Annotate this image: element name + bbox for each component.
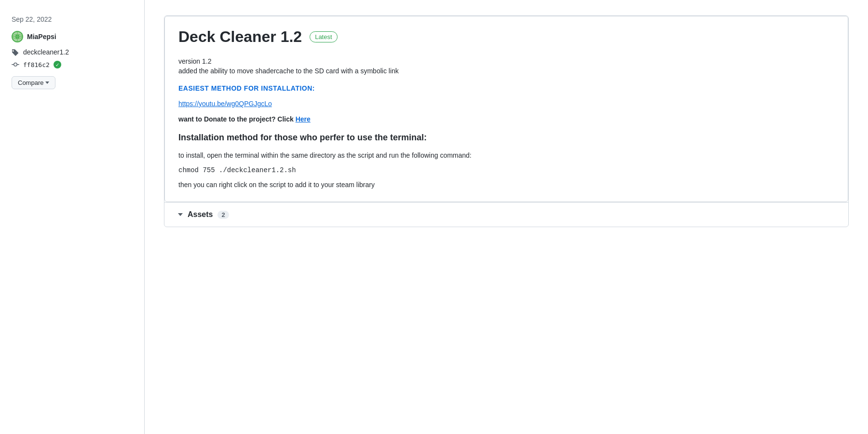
commit-icon <box>12 61 19 68</box>
then-text: then you can right click on the script t… <box>178 180 834 190</box>
commit-row: ff816c2 ✓ <box>12 61 133 68</box>
verified-badge: ✓ <box>54 61 61 68</box>
assets-section: Assets 2 <box>164 202 848 227</box>
terminal-heading: Installation method for those who perfer… <box>178 133 834 143</box>
easiest-heading: EASIEST METHOD FOR INSTALLATION: <box>178 84 834 92</box>
command-text: chmod 755 ./deckcleaner1.2.sh <box>178 166 834 174</box>
donate-link[interactable]: Here <box>296 115 311 123</box>
username: MiaPepsi <box>27 33 56 41</box>
donate-text-before: want to Donate to the project? Click <box>178 115 296 123</box>
youtube-link[interactable]: https://youtu.be/wg0QPGJgcLo <box>178 100 272 108</box>
release-header: Deck Cleaner 1.2 Latest <box>178 28 834 46</box>
latest-badge: Latest <box>310 31 337 42</box>
assets-chevron-icon <box>178 213 183 216</box>
commit-hash: ff816c2 <box>23 61 50 68</box>
release-body: Deck Cleaner 1.2 Latest version 1.2 adde… <box>164 16 848 202</box>
tag-label: deckcleaner1.2 <box>23 48 69 56</box>
tag-row: deckcleaner1.2 <box>12 48 133 56</box>
avatar <box>12 31 23 42</box>
release-title: Deck Cleaner 1.2 <box>178 28 302 46</box>
chevron-down-icon <box>45 81 49 84</box>
assets-count: 2 <box>217 211 229 219</box>
release-container: Deck Cleaner 1.2 Latest version 1.2 adde… <box>164 15 849 227</box>
assets-label: Assets <box>188 210 213 219</box>
version-desc: added the ability to move shadercache to… <box>178 67 834 75</box>
user-row: MiaPepsi <box>12 31 133 42</box>
version-label: version 1.2 <box>178 57 834 65</box>
tag-icon <box>12 48 19 56</box>
compare-label: Compare <box>18 79 43 86</box>
sidebar: Sep 22, 2022 MiaPepsi deckcleaner1.2 ff8… <box>0 0 145 434</box>
release-date: Sep 22, 2022 <box>12 15 133 23</box>
terminal-desc: to install, open the terminal within the… <box>178 150 834 161</box>
donate-row: want to Donate to the project? Click Her… <box>178 115 834 123</box>
version-info: version 1.2 added the ability to move sh… <box>178 57 834 75</box>
assets-toggle[interactable]: Assets 2 <box>178 210 835 219</box>
compare-button[interactable]: Compare <box>12 76 55 89</box>
